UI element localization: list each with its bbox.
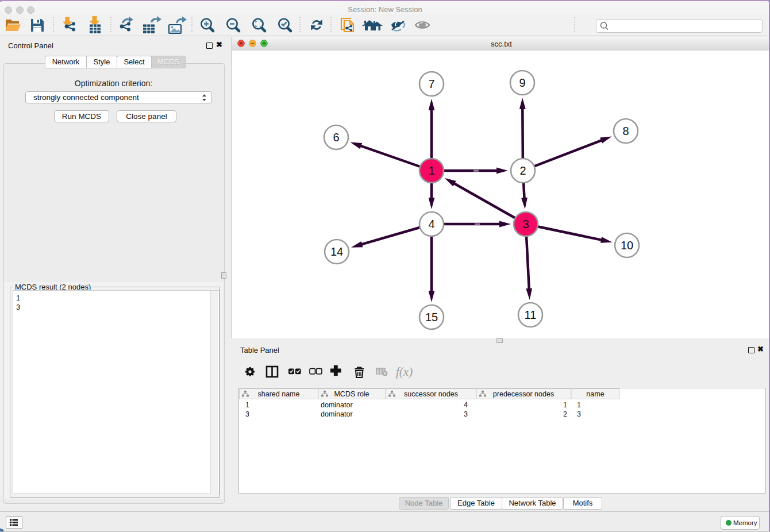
svg-text:4: 4	[428, 218, 434, 230]
svg-text:11: 11	[525, 309, 537, 321]
svg-text:1: 1	[245, 401, 249, 409]
svg-text:7: 7	[428, 78, 434, 90]
svg-text:4: 4	[464, 401, 468, 409]
svg-text:2: 2	[519, 164, 526, 177]
svg-text:3: 3	[464, 410, 468, 418]
svg-text:14: 14	[330, 245, 343, 258]
svg-text:MCDS role: MCDS role	[334, 390, 369, 398]
svg-text:dominator: dominator	[321, 401, 353, 409]
svg-text:3: 3	[522, 218, 529, 230]
svg-text:10: 10	[621, 239, 633, 252]
svg-text:successor nodes: successor nodes	[404, 390, 458, 398]
svg-text:predecessor nodes: predecessor nodes	[493, 390, 554, 398]
svg-text:15: 15	[425, 311, 438, 323]
svg-text:dominator: dominator	[321, 410, 353, 418]
svg-text:3: 3	[245, 410, 249, 418]
svg-text:9: 9	[519, 76, 525, 89]
svg-text:3: 3	[577, 410, 581, 418]
svg-text:shared name: shared name	[258, 390, 300, 398]
svg-text:1: 1	[428, 164, 434, 177]
svg-text:8: 8	[622, 125, 629, 137]
svg-text:name: name	[586, 390, 604, 398]
svg-text:1: 1	[563, 401, 567, 409]
svg-text:f(x): f(x)	[396, 365, 413, 379]
svg-text:2: 2	[563, 410, 567, 418]
svg-text:1: 1	[577, 401, 581, 409]
svg-text:6: 6	[333, 131, 339, 144]
